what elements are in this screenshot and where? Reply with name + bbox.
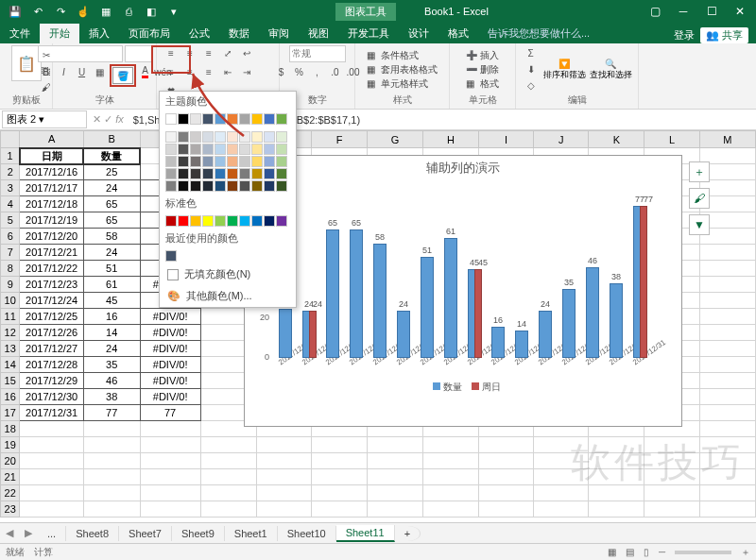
new-sheet-button[interactable]: + [395,526,421,541]
comma-icon[interactable]: , [309,64,326,79]
color-swatch[interactable] [276,113,287,125]
color-swatch[interactable] [251,131,263,143]
color-swatch[interactable] [165,144,177,155]
color-swatch[interactable] [227,156,238,167]
chart-plot-area[interactable]: 020406080 2017/12/162017/12/172017/12/18… [273,180,672,379]
color-swatch[interactable] [264,215,275,227]
chart-bar[interactable] [491,327,505,358]
chart-title[interactable]: 辅助列的演示 [245,156,681,180]
tell-me[interactable]: 告诉我您想要做什么... [478,24,599,43]
sheet-tab[interactable]: Sheet9 [172,526,225,541]
color-swatch[interactable] [202,113,214,125]
color-swatch[interactable] [239,144,250,155]
indent-inc-icon[interactable]: ⇥ [238,64,255,79]
view-normal-icon[interactable]: ▦ [608,547,616,557]
worksheet-grid[interactable]: ABCDEFGHIJKLM1日期数量22017/12/162532017/12/… [0,130,756,527]
tab-file[interactable]: 文件 [0,24,40,43]
qat-btn[interactable]: ◧ [144,4,159,19]
color-swatch[interactable] [227,168,238,179]
color-swatch[interactable] [178,168,189,179]
color-swatch[interactable] [227,113,238,125]
color-swatch[interactable] [276,180,287,192]
share-button[interactable]: 👥 共享 [700,27,748,43]
color-swatch[interactable] [239,180,250,192]
color-swatch[interactable] [202,215,214,227]
sheet-tab[interactable]: Sheet1 [225,526,278,541]
color-swatch[interactable] [215,156,226,167]
tab-nav-next[interactable]: ▶ [19,527,38,539]
qat-btn[interactable]: ▦ [98,4,113,19]
color-swatch[interactable] [264,144,275,155]
zoom-slider[interactable] [675,551,731,554]
color-swatch[interactable] [264,180,275,192]
color-swatch[interactable] [276,156,287,167]
color-swatch[interactable] [251,215,263,227]
format-painter-icon[interactable]: 🖌 [38,79,55,94]
tab-nav-prev[interactable]: ◀ [0,527,19,539]
qat-more-icon[interactable]: ▾ [166,4,181,19]
redo-icon[interactable]: ↷ [53,4,68,19]
fx-icon[interactable]: ✕ ✓ fx [87,113,129,126]
align-left-icon[interactable]: ≡ [163,64,180,79]
sheet-tab-active[interactable]: Sheet11 [336,525,395,542]
color-swatch[interactable] [251,180,263,192]
color-swatch[interactable] [215,215,226,227]
color-swatch[interactable] [276,144,287,155]
zoom-out-icon[interactable]: ─ [659,547,665,557]
color-swatch[interactable] [178,156,189,167]
color-swatch[interactable] [264,156,275,167]
color-swatch[interactable] [178,180,189,192]
dec-inc-icon[interactable]: .0 [327,64,344,79]
tab-developer[interactable]: 开发工具 [338,24,399,43]
chart-bar[interactable] [515,331,528,358]
tab-design[interactable]: 设计 [399,24,438,43]
find-select-button[interactable]: 🔍查找和选择 [590,59,632,81]
chart-bar[interactable] [397,311,410,358]
color-swatch[interactable] [190,180,201,192]
sort-filter-button[interactable]: 🔽排序和筛选 [543,59,586,81]
view-layout-icon[interactable]: ▤ [626,547,634,557]
color-swatch[interactable] [264,168,275,179]
qat-btn[interactable]: ⎙ [121,4,136,19]
color-swatch[interactable] [165,131,177,143]
chart-bar[interactable] [350,229,363,358]
fill-icon[interactable]: ⬇ [523,62,540,77]
number-format-select[interactable] [289,45,346,62]
color-swatch[interactable] [251,156,263,167]
color-swatch[interactable] [215,113,226,125]
color-swatch[interactable] [165,180,177,192]
align-center-icon[interactable]: ≡ [181,64,198,79]
minimize-icon[interactable]: ─ [671,2,696,21]
chart-bar[interactable] [474,269,482,358]
color-swatch[interactable] [239,113,250,125]
color-swatch[interactable] [190,156,201,167]
border-button[interactable]: ▦ [92,64,109,79]
chart-bar[interactable] [326,229,339,358]
color-swatch[interactable] [251,144,263,155]
align-top-icon[interactable]: ≡ [163,45,180,60]
chart-bar[interactable] [586,267,599,358]
color-swatch[interactable] [239,131,250,143]
align-bottom-icon[interactable]: ≡ [200,45,217,60]
color-swatch[interactable] [165,168,177,179]
more-colors-item[interactable]: 🎨其他颜色(M)... [160,285,296,307]
color-swatch[interactable] [276,215,287,227]
color-swatch[interactable] [202,180,214,192]
color-swatch[interactable] [227,180,238,192]
color-swatch[interactable] [251,168,263,179]
tab-format[interactable]: 格式 [438,24,478,43]
sheet-tab[interactable]: Sheet7 [119,526,172,541]
color-swatch[interactable] [178,144,189,155]
format-cells-button[interactable]: ▦格式 [466,77,499,91]
color-swatch[interactable] [165,215,177,227]
font-color-button[interactable]: A [137,64,154,79]
color-swatch[interactable] [239,215,250,227]
color-swatch[interactable] [190,113,201,125]
ribbon-display-icon[interactable]: ▢ [643,2,667,21]
align-middle-icon[interactable]: ≡ [181,45,198,60]
format-as-table-button[interactable]: ▦套用表格格式 [367,63,438,76]
color-swatch[interactable] [239,168,250,179]
close-icon[interactable]: ✕ [728,2,752,21]
sheet-tab[interactable]: ... [38,526,66,541]
no-fill-item[interactable]: 无填充颜色(N) [160,263,296,285]
